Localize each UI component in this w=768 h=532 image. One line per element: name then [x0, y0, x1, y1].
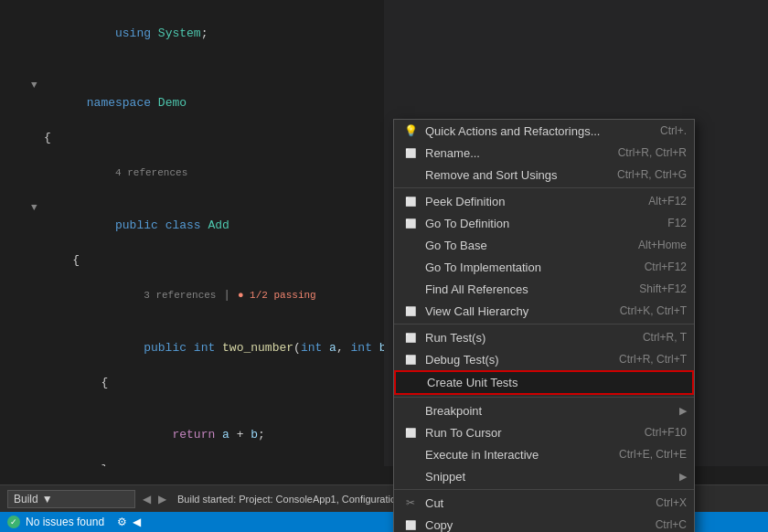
menu-item-debug-tests[interactable]: ⬜ Debug Test(s) Ctrl+R, Ctrl+T: [394, 348, 694, 370]
menu-label: Execute in Interactive: [425, 448, 613, 462]
code-editor: using System; ▼ namespace Demo { 4 refer…: [0, 0, 384, 466]
menu-label: Run Test(s): [425, 331, 637, 345]
menu-separator: [394, 324, 694, 325]
menu-label: Debug Test(s): [425, 353, 613, 367]
menu-separator: [394, 489, 694, 490]
cut-icon: ✂: [401, 496, 420, 509]
submenu-arrow: ▶: [679, 405, 687, 417]
shortcut-label: Ctrl+F12: [645, 261, 687, 273]
code-line: return a + b;: [0, 409, 384, 461]
menu-label: Create Unit Tests: [427, 376, 679, 389]
build-nav-left[interactable]: ◀: [143, 493, 151, 505]
status-nav-left[interactable]: ◀: [133, 516, 141, 528]
lightbulb-icon: 💡: [401, 124, 420, 137]
code-line: {: [0, 374, 384, 391]
shortcut-label: Ctrl+X: [656, 496, 687, 509]
shortcut-label: Alt+Home: [638, 239, 687, 251]
dropdown-arrow: ▼: [42, 493, 53, 505]
menu-item-create-unit-tests[interactable]: Create Unit Tests: [394, 370, 694, 395]
rename-icon: ⬜: [401, 148, 420, 158]
menu-label: Quick Actions and Refactorings...: [425, 124, 655, 138]
menu-item-quick-actions[interactable]: 💡 Quick Actions and Refactorings... Ctrl…: [394, 120, 694, 142]
shortcut-label: Alt+F12: [648, 195, 687, 207]
shortcut-label: Ctrl+K, Ctrl+T: [620, 304, 687, 317]
menu-item-go-to-implementation[interactable]: Go To Implementation Ctrl+F12: [394, 256, 694, 278]
shortcut-label: Ctrl+R, Ctrl+T: [619, 353, 687, 366]
code-line: [0, 391, 384, 409]
menu-item-find-all-refs[interactable]: Find All References Shift+F12: [394, 278, 694, 300]
code-line: }: [0, 461, 384, 466]
menu-label: Go To Definition: [425, 217, 662, 230]
shortcut-label: Ctrl+.: [660, 124, 687, 137]
code-line: {: [0, 251, 384, 269]
menu-label: Snippet: [425, 470, 668, 484]
menu-label: Breakpoint: [425, 404, 668, 418]
menu-label: Cut: [425, 496, 650, 510]
build-dropdown[interactable]: Build ▼: [7, 490, 135, 508]
menu-label: Remove and Sort Usings: [425, 168, 612, 182]
shortcut-label: Ctrl+R, Ctrl+G: [617, 168, 687, 181]
run-tests-icon: ⬜: [401, 333, 420, 343]
menu-item-copy[interactable]: ⬜ Copy Ctrl+C: [394, 514, 694, 532]
code-line: ▼ namespace Demo: [0, 77, 384, 129]
code-line: ▼ public class Add: [0, 199, 384, 251]
shortcut-label: Ctrl+C: [656, 518, 687, 531]
shortcut-label: Ctrl+R, Ctrl+R: [618, 146, 687, 159]
shortcut-label: Ctrl+R, T: [643, 331, 687, 344]
code-line: public int two_number(int a, int b): [0, 322, 384, 374]
menu-label: Copy: [425, 518, 650, 532]
run-cursor-icon: ⬜: [401, 428, 420, 438]
build-nav-right[interactable]: ▶: [158, 493, 166, 505]
menu-label: Go To Base: [425, 239, 633, 252]
submenu-arrow: ▶: [679, 471, 687, 483]
menu-item-run-to-cursor[interactable]: ⬜ Run To Cursor Ctrl+F10: [394, 421, 694, 443]
debug-tests-icon: ⬜: [401, 355, 420, 365]
shortcut-label: Ctrl+F10: [645, 426, 687, 439]
context-menu: 💡 Quick Actions and Refactorings... Ctrl…: [393, 119, 695, 532]
menu-item-go-to-base[interactable]: Go To Base Alt+Home: [394, 234, 694, 256]
menu-item-breakpoint[interactable]: Breakpoint ▶: [394, 399, 694, 421]
build-label: Build: [14, 493, 38, 505]
menu-item-peek-definition[interactable]: ⬜ Peek Definition Alt+F12: [394, 190, 694, 212]
call-hier-icon: ⬜: [401, 306, 420, 316]
menu-item-run-tests[interactable]: ⬜ Run Test(s) Ctrl+R, T: [394, 326, 694, 348]
menu-item-cut[interactable]: ✂ Cut Ctrl+X: [394, 492, 694, 514]
menu-item-view-call-hierarchy[interactable]: ⬜ View Call Hierarchy Ctrl+K, Ctrl+T: [394, 300, 694, 322]
menu-label: Run To Cursor: [425, 426, 639, 440]
shortcut-label: F12: [667, 217, 687, 229]
status-settings-icon[interactable]: ⚙: [117, 516, 127, 528]
shortcut-label: Shift+F12: [639, 282, 687, 295]
menu-label: Go To Implementation: [425, 261, 639, 274]
code-line: [0, 59, 384, 77]
menu-label: Peek Definition: [425, 195, 643, 208]
status-ok-icon: ✓: [7, 516, 20, 528]
menu-item-go-to-definition[interactable]: ⬜ Go To Definition F12: [394, 212, 694, 234]
code-line: {: [0, 129, 384, 146]
menu-label: Find All References: [425, 282, 634, 296]
menu-item-remove-sort-usings[interactable]: Remove and Sort Usings Ctrl+R, Ctrl+G: [394, 164, 694, 186]
goto-def-icon: ⬜: [401, 218, 420, 229]
code-line: 4 references: [0, 146, 384, 199]
status-left: ✓ No issues found ⚙ ◀: [7, 516, 141, 528]
menu-label: Rename...: [425, 146, 613, 160]
peek-icon: ⬜: [401, 197, 420, 207]
menu-separator: [394, 187, 694, 188]
copy-icon: ⬜: [401, 520, 420, 530]
menu-item-rename[interactable]: ⬜ Rename... Ctrl+R, Ctrl+R: [394, 142, 694, 164]
menu-item-snippet[interactable]: Snippet ▶: [394, 465, 694, 487]
menu-separator: [394, 397, 694, 398]
code-line: using System;: [0, 7, 384, 59]
menu-label: View Call Hierarchy: [425, 304, 614, 318]
code-line: 3 references | ● 1/2 passing: [0, 269, 384, 322]
menu-item-execute-interactive[interactable]: Execute in Interactive Ctrl+E, Ctrl+E: [394, 443, 694, 465]
status-text: No issues found: [26, 516, 104, 528]
shortcut-label: Ctrl+E, Ctrl+E: [619, 448, 687, 461]
